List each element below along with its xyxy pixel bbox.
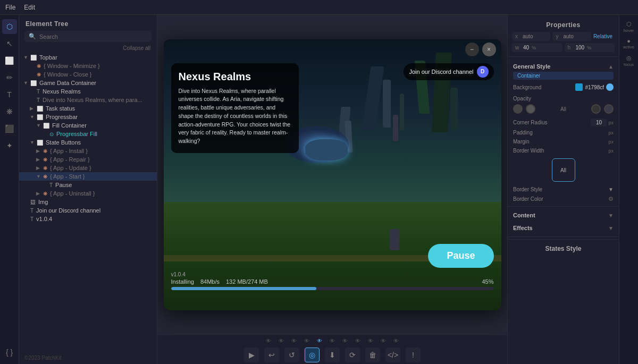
background-swatch[interactable]: [575, 83, 583, 91]
undo-tool[interactable]: ↩: [264, 348, 279, 362]
refresh-tool[interactable]: ↺: [284, 348, 299, 362]
search-input[interactable]: [39, 33, 147, 40]
tree-item-discord-text[interactable]: T Join our Discord channel: [19, 206, 157, 215]
dot-3[interactable]: 👁: [290, 337, 298, 345]
pen-icon[interactable]: ✏: [2, 70, 17, 85]
hover-state-btn[interactable]: ⬡ hover: [622, 19, 636, 34]
far-right-panel: ⬡ hover ● active ◎ focus: [619, 15, 638, 364]
tree-item-window-close[interactable]: ❋ { Window - Close }: [19, 70, 157, 79]
corner-radius-input[interactable]: [591, 118, 607, 126]
dot-4[interactable]: 👁: [303, 337, 311, 345]
dot-2[interactable]: 👁: [277, 337, 286, 345]
tree-item-game-data-container[interactable]: ▼ ⬜ Game Data Container: [19, 79, 157, 87]
close-btn[interactable]: ×: [482, 43, 496, 56]
layers-icon[interactable]: ⬡: [2, 19, 17, 34]
tree-item-app-start[interactable]: ▼ ❋ { App - Start }: [19, 172, 157, 181]
tree-item-desc[interactable]: T Dive into Nexus Realms, where para...: [19, 96, 157, 104]
background-toggle[interactable]: [606, 83, 614, 91]
dot-1[interactable]: 👁: [264, 337, 273, 345]
states-style-header: States Style: [508, 239, 619, 256]
dot-9[interactable]: 👁: [366, 337, 375, 345]
background-value: #1798cf: [585, 84, 604, 90]
tree-item-fill-container[interactable]: ▼ ⬜ Fill Container: [19, 121, 157, 130]
code-icon[interactable]: { }: [2, 345, 17, 360]
container-tag[interactable]: Container: [513, 72, 614, 80]
discord-icon: D: [477, 66, 489, 78]
sync-tool[interactable]: ⟳: [345, 348, 360, 362]
active-state-btn[interactable]: ● active: [622, 36, 636, 51]
code-tool[interactable]: </>: [385, 348, 400, 362]
download-tool[interactable]: ⬇: [325, 348, 340, 362]
relative-button[interactable]: Relative: [593, 33, 615, 39]
image-icon[interactable]: ⬛: [2, 121, 17, 136]
install-bar: Installing 84Mb/s 132 MB/274 MB 45%: [164, 278, 501, 290]
padding-unit: px: [608, 130, 614, 136]
tree-item-progressbar[interactable]: ▼ ⬜ Progressbar: [19, 113, 157, 121]
text-icon[interactable]: T: [2, 87, 17, 102]
tree-item-window-minimize[interactable]: ❋ { Window - Minimize }: [19, 62, 157, 70]
border-box: All: [552, 158, 575, 182]
version-label: v1.0.4: [171, 272, 186, 277]
pause-button[interactable]: Pause: [428, 244, 493, 268]
left-toolbar: ⬡ ↖ ⬜ ✏ T ❋ ⬛ ✦ { }: [0, 15, 19, 364]
install-speed: 84Mb/s: [200, 278, 220, 285]
content-section[interactable]: Content ▼: [508, 209, 619, 222]
tree-item-progressbar-fill[interactable]: ⊙ Progressbar Fill: [19, 130, 157, 138]
game-description: Dive into Nexus Realms, where parallel u…: [179, 87, 291, 146]
border-all-btn[interactable]: All: [560, 167, 566, 173]
opacity-circle-4[interactable]: [604, 104, 614, 114]
element-tree-panel: Element Tree 🔍 Collapse all ▼ ⬜ Topbar ❋…: [19, 15, 157, 364]
border-width-label: Border Width: [513, 148, 544, 154]
alert-tool[interactable]: !: [406, 348, 421, 362]
tree-item-pause[interactable]: T Pause: [19, 181, 157, 189]
tree-item-img[interactable]: 🖼 Img: [19, 198, 157, 206]
tree-item-app-install[interactable]: ▶ ❋ { App - Install }: [19, 147, 157, 155]
dot-6[interactable]: 👁: [328, 337, 337, 345]
game-titlebar: − ×: [164, 39, 501, 60]
game-info-card: Nexus Realms Dive into Nexus Realms, whe…: [171, 63, 299, 153]
minimize-btn[interactable]: −: [465, 43, 479, 56]
menu-edit[interactable]: Edit: [24, 4, 35, 11]
effects-section[interactable]: Effects ▼: [508, 222, 619, 234]
install-status: Installing: [171, 278, 194, 285]
cursor-icon[interactable]: ↖: [2, 36, 17, 51]
dot-5[interactable]: 👁: [315, 337, 324, 345]
collapse-all-btn[interactable]: Collapse all: [19, 45, 157, 53]
border-color-label: Border Color: [513, 196, 543, 202]
margin-label: Margin: [513, 139, 530, 145]
frame-icon[interactable]: ⬜: [2, 53, 17, 68]
opacity-circle-3[interactable]: [591, 104, 601, 114]
search-icon: 🔍: [29, 33, 36, 40]
tree-item-nexus-realms[interactable]: T Nexus Realms: [19, 87, 157, 96]
trash-tool[interactable]: 🗑: [365, 348, 380, 362]
dot-7[interactable]: 👁: [341, 337, 349, 345]
opacity-circle-2[interactable]: [526, 104, 535, 114]
progress-fill: [171, 287, 316, 290]
tree-item-app-uninstall[interactable]: ▶ ❋ { App - Uninstall }: [19, 189, 157, 198]
border-style-select[interactable]: ▼: [608, 187, 614, 192]
properties-panel: Properties x auto y auto Relative w 40 %…: [507, 15, 619, 364]
opacity-circle-1[interactable]: [513, 104, 523, 114]
progress-track: [171, 287, 494, 290]
dot-10[interactable]: 👁: [379, 337, 388, 345]
tree-item-state-buttons[interactable]: ▼ ⬜ State Buttons: [19, 138, 157, 147]
discord-badge[interactable]: Join our Discord channel D: [404, 63, 493, 80]
tree-item-app-update[interactable]: ▶ ❋ { App - Update }: [19, 164, 157, 172]
canvas-area: − × Join our Discord channel D Nexus Rea…: [157, 15, 507, 364]
tree-item-version[interactable]: T v1.0.4: [19, 215, 157, 223]
w-value: 40: [523, 45, 529, 50]
tree-item-app-repair[interactable]: ▶ ❋ { App - Repair }: [19, 155, 157, 164]
dot-8[interactable]: 👁: [354, 337, 362, 345]
star-icon[interactable]: ✦: [2, 138, 17, 153]
play-tool[interactable]: ▶: [244, 348, 259, 362]
focus-state-btn[interactable]: ◎ focus: [622, 53, 636, 68]
tree-item-task-status[interactable]: ▶ ⬜ Task status: [19, 104, 157, 113]
general-style-section[interactable]: General Style ▲: [508, 59, 619, 72]
w-label: w: [515, 45, 522, 50]
tree-item-topbar[interactable]: ▼ ⬜ Topbar: [19, 53, 157, 62]
component-icon[interactable]: ❋: [2, 104, 17, 119]
border-color-gear[interactable]: ⚙: [608, 196, 614, 202]
target-tool[interactable]: ◎: [305, 348, 320, 362]
menu-file[interactable]: File: [5, 4, 15, 11]
dot-11[interactable]: 👁: [392, 337, 400, 345]
